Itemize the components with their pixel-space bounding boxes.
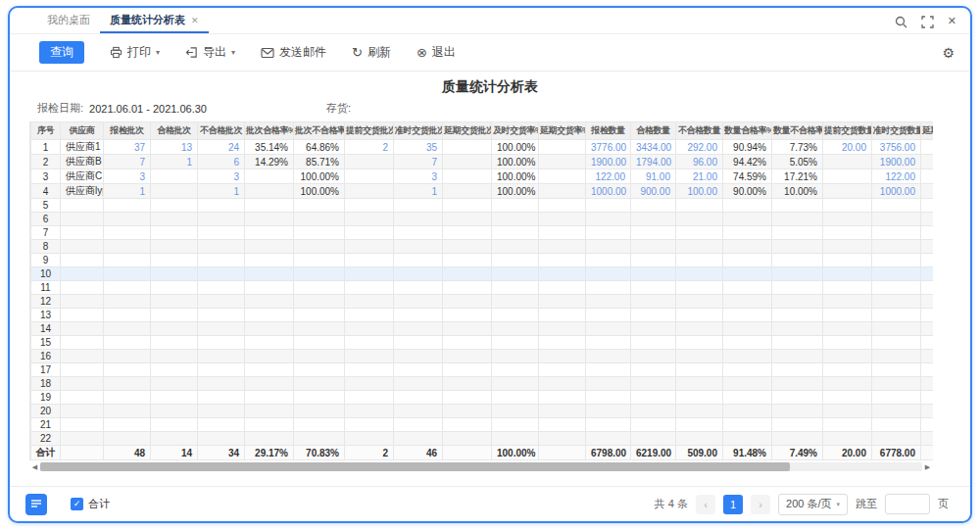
cell[interactable]: 3 bbox=[31, 169, 61, 184]
column-header[interactable]: 数量合格率% bbox=[723, 122, 772, 140]
cell[interactable] bbox=[586, 418, 631, 432]
cell[interactable] bbox=[151, 336, 198, 350]
cell[interactable] bbox=[921, 391, 934, 405]
cell[interactable] bbox=[723, 418, 772, 432]
cell[interactable] bbox=[539, 418, 586, 432]
cell[interactable] bbox=[198, 295, 245, 309]
cell[interactable] bbox=[245, 240, 294, 254]
cell[interactable] bbox=[872, 363, 921, 377]
cell[interactable] bbox=[394, 254, 443, 267]
cell[interactable]: 122.00 bbox=[586, 169, 631, 184]
cell[interactable] bbox=[151, 226, 198, 240]
cell[interactable]: 7 bbox=[104, 155, 151, 169]
cell[interactable] bbox=[823, 322, 872, 336]
send-mail-button[interactable]: 发送邮件 bbox=[261, 44, 326, 61]
cell[interactable] bbox=[872, 213, 921, 226]
cell[interactable] bbox=[443, 184, 492, 199]
cell[interactable] bbox=[104, 213, 151, 226]
checkbox-checked-icon[interactable]: ✓ bbox=[71, 498, 83, 510]
cell[interactable] bbox=[676, 226, 723, 240]
cell[interactable] bbox=[394, 309, 443, 322]
horizontal-scrollbar[interactable]: ◀ ▶ bbox=[29, 461, 933, 472]
cell[interactable] bbox=[586, 199, 631, 213]
cell[interactable] bbox=[151, 169, 198, 184]
cell[interactable] bbox=[104, 309, 151, 322]
cell[interactable] bbox=[872, 391, 921, 405]
cell[interactable] bbox=[394, 350, 443, 363]
cell[interactable] bbox=[492, 254, 539, 267]
table-row[interactable]: 18 bbox=[31, 377, 934, 391]
cell[interactable] bbox=[823, 184, 872, 199]
cell[interactable] bbox=[443, 363, 492, 377]
cell[interactable]: 35 bbox=[394, 140, 443, 155]
cell[interactable] bbox=[61, 309, 104, 322]
cell[interactable] bbox=[151, 213, 198, 226]
cell[interactable] bbox=[676, 391, 723, 405]
cell[interactable] bbox=[631, 267, 676, 281]
cell[interactable] bbox=[245, 432, 294, 446]
cell[interactable] bbox=[539, 432, 586, 446]
cell[interactable]: 90.00% bbox=[723, 184, 772, 199]
cell[interactable]: 6798.00 bbox=[586, 446, 631, 460]
cell[interactable] bbox=[772, 240, 823, 254]
cell[interactable] bbox=[492, 336, 539, 350]
cell[interactable] bbox=[723, 254, 772, 267]
cell[interactable] bbox=[104, 418, 151, 432]
cell[interactable] bbox=[772, 295, 823, 309]
cell[interactable] bbox=[61, 267, 104, 281]
cell[interactable] bbox=[676, 295, 723, 309]
cell[interactable] bbox=[245, 336, 294, 350]
cell[interactable]: 6219.00 bbox=[631, 446, 676, 460]
table-row[interactable]: 22 bbox=[31, 432, 934, 446]
cell[interactable] bbox=[345, 281, 394, 295]
cell[interactable] bbox=[394, 322, 443, 336]
cell[interactable]: 3 bbox=[394, 169, 443, 184]
cell[interactable] bbox=[394, 295, 443, 309]
cell[interactable] bbox=[345, 322, 394, 336]
cell[interactable]: 100.00% bbox=[492, 184, 539, 199]
cell[interactable]: 8 bbox=[31, 240, 61, 254]
cell[interactable]: 1 bbox=[31, 140, 61, 155]
cell[interactable]: 1900.00 bbox=[586, 155, 631, 169]
cell[interactable]: 供应商B bbox=[61, 155, 104, 169]
cell[interactable] bbox=[772, 363, 823, 377]
cell[interactable]: 21 bbox=[31, 418, 61, 432]
cell[interactable] bbox=[586, 350, 631, 363]
cell[interactable] bbox=[772, 199, 823, 213]
inspect-date-value[interactable]: 2021.06.01 - 2021.06.30 bbox=[89, 103, 207, 115]
cell[interactable] bbox=[872, 281, 921, 295]
cell[interactable] bbox=[631, 226, 676, 240]
cell[interactable] bbox=[151, 377, 198, 391]
cell[interactable] bbox=[294, 267, 345, 281]
cell[interactable] bbox=[245, 254, 294, 267]
cell[interactable] bbox=[443, 295, 492, 309]
table-row[interactable]: 15 bbox=[31, 336, 934, 350]
cell[interactable] bbox=[443, 254, 492, 267]
cell[interactable] bbox=[394, 226, 443, 240]
cell[interactable] bbox=[772, 391, 823, 405]
cell[interactable] bbox=[631, 295, 676, 309]
cell[interactable] bbox=[151, 281, 198, 295]
cell[interactable] bbox=[345, 267, 394, 281]
current-page-button[interactable]: 1 bbox=[723, 495, 743, 514]
grid-settings-button[interactable] bbox=[25, 494, 47, 515]
cell[interactable] bbox=[294, 405, 345, 418]
cell[interactable] bbox=[345, 309, 394, 322]
cell[interactable] bbox=[539, 184, 586, 199]
scrollbar-track[interactable] bbox=[40, 462, 922, 471]
cell[interactable] bbox=[104, 363, 151, 377]
cell[interactable]: 1000.00 bbox=[872, 184, 921, 199]
column-header[interactable]: 准时交货批次 bbox=[394, 122, 443, 140]
cell[interactable] bbox=[492, 391, 539, 405]
query-button[interactable]: 查询 bbox=[39, 41, 84, 64]
cell[interactable]: 11 bbox=[31, 281, 61, 295]
cell[interactable] bbox=[104, 322, 151, 336]
scrollbar-thumb[interactable] bbox=[40, 462, 790, 471]
cell[interactable] bbox=[539, 363, 586, 377]
cell[interactable] bbox=[394, 363, 443, 377]
cell[interactable] bbox=[245, 405, 294, 418]
table-row[interactable]: 9 bbox=[31, 254, 934, 267]
cell[interactable] bbox=[345, 169, 394, 184]
cell[interactable] bbox=[586, 213, 631, 226]
cell[interactable] bbox=[539, 199, 586, 213]
